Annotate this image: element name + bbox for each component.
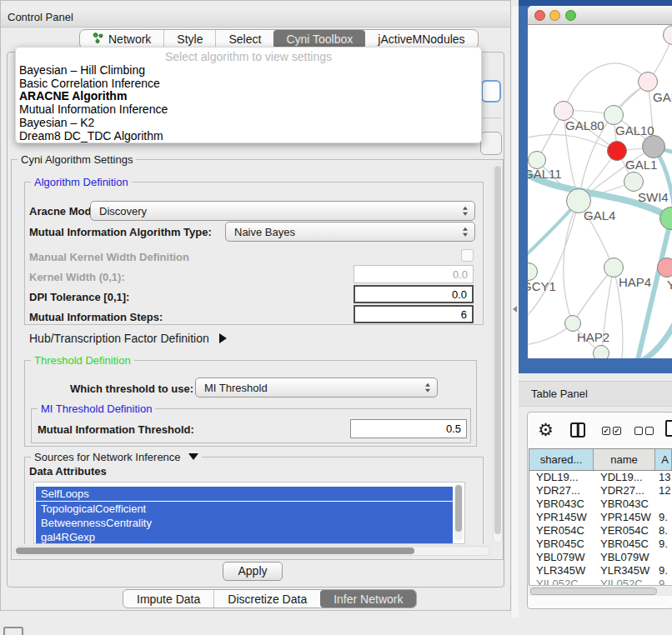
manual-kernel-checkbox[interactable] [461, 249, 474, 262]
list-vertical-scrollbar[interactable] [454, 484, 463, 541]
mi-threshold-field[interactable] [350, 419, 467, 438]
node-gray[interactable] [642, 135, 665, 158]
network-window-titlebar[interactable] [528, 6, 672, 25]
node-hap2[interactable] [564, 315, 581, 332]
cell: 9. [655, 564, 672, 578]
list-item-gal4rgexp[interactable]: gal4RGexp [36, 530, 453, 544]
deselect-all-checkbox-icon[interactable] [634, 427, 643, 435]
list-item-selfloops[interactable]: SelfLoops [36, 487, 453, 501]
minimize-traffic-light[interactable] [549, 10, 560, 21]
node-label-swi4: SWI4 [638, 190, 669, 204]
popup-item-bayesian-hill-climbing[interactable]: Bayesian – Hill Climbing [16, 64, 481, 78]
table-row[interactable]: YPR145W YPR145W 9. [529, 511, 672, 524]
which-threshold-label: Which threshold to use: [70, 382, 193, 395]
table-row[interactable]: YDR27... YDR27... 12 [529, 484, 672, 498]
hub-definition-label: Hub/Transcription Factor Definition [29, 332, 209, 345]
manual-kernel-label: Manual Kernel Width Definition [29, 251, 189, 263]
table-panel-title: Table Panel [531, 388, 588, 400]
data-attributes-list: SelfLoops TopologicalCoefficient Between… [33, 482, 465, 544]
tab-select-label: Select [228, 32, 261, 46]
mi-type-combobox[interactable]: Naive Bayes [225, 222, 475, 242]
mi-steps-field[interactable] [354, 305, 474, 323]
table-horizontal-scrollbar[interactable] [529, 585, 672, 596]
data-attributes-label: Data Attributes [29, 465, 107, 478]
node-gal10[interactable] [604, 105, 624, 125]
node-y-partial[interactable] [657, 258, 672, 278]
mi-threshold-legend: MI Threshold Definition [38, 402, 155, 415]
bottom-tabbar: Impute Data Discretize Data Infer Networ… [123, 589, 417, 608]
tab-jactivemnodules[interactable]: jActiveMNodules [365, 30, 477, 48]
list-item-topologicalcoefficient[interactable]: TopologicalCoefficient [36, 502, 453, 516]
node-swi4[interactable] [624, 172, 644, 192]
settings-vertical-scrollbar[interactable] [493, 163, 503, 543]
popup-item-basic-correlation[interactable]: Basic Correlation Inference [16, 78, 481, 91]
cell: YDR27... [529, 484, 594, 498]
disclosure-down-icon [188, 453, 198, 460]
node-gal1[interactable] [607, 141, 627, 161]
taskbar-network-icon[interactable] [3, 627, 23, 635]
settings-horizontal-scrollbar[interactable] [13, 546, 490, 556]
tab-impute-data[interactable]: Impute Data [123, 590, 213, 608]
cell [655, 551, 672, 564]
node-gal-partial[interactable] [638, 72, 658, 92]
tab-network[interactable]: Network [80, 30, 163, 48]
node-label-gal11: GAL11 [528, 167, 562, 181]
mi-threshold-label: Mutual Information Threshold: [38, 423, 194, 436]
table-row[interactable]: YER054C YER054C 8. [529, 524, 672, 538]
node-bottom-partial[interactable] [593, 345, 609, 358]
columns-icon[interactable] [570, 422, 585, 438]
algorithm-definition-legend: Algorithm Definition [31, 176, 132, 188]
cell: YLR345W [594, 564, 655, 578]
cell: 9. [655, 511, 672, 524]
which-threshold-combobox[interactable]: MI Threshold [195, 378, 438, 398]
tab-discretize-data[interactable]: Discretize Data [213, 590, 320, 608]
node-label-hap2: HAP2 [577, 330, 609, 344]
kernel-width-field[interactable] [354, 265, 474, 283]
tab-select[interactable]: Select [215, 30, 273, 48]
popup-item-dream8[interactable]: Dream8 DC_TDC Algorithm [16, 130, 481, 143]
control-panel-title: Control Panel [8, 11, 73, 23]
node-label-gal: GAL [653, 90, 672, 104]
close-traffic-light[interactable] [534, 10, 545, 21]
popup-item-aracne[interactable]: ARACNE Algorithm [16, 90, 481, 103]
column-header-partial[interactable]: A [655, 449, 672, 470]
tab-jactivemnodules-label: jActiveMNodules [378, 32, 464, 46]
cell: 8. [655, 524, 672, 538]
table-row[interactable]: YBR043C YBR043C [529, 498, 672, 511]
node-label-gal4: GAL4 [584, 208, 615, 222]
deselect-all-checkbox-icon-2[interactable] [645, 427, 654, 435]
list-item-betweennesscentrality[interactable]: BetweennessCentrality [36, 516, 453, 530]
dpi-tolerance-field[interactable] [354, 285, 474, 303]
popup-item-mutual-information[interactable]: Mutual Information Inference [16, 103, 481, 117]
table-row[interactable]: YLR345W YLR345W 9. [529, 564, 672, 578]
threshold-definition-legend: Threshold Definition [31, 354, 134, 367]
document-icon[interactable] [665, 420, 672, 437]
splitter-collapse-icon[interactable] [513, 306, 517, 312]
tab-infer-network[interactable]: Infer Network [320, 590, 416, 608]
aracne-mode-value: Discovery [99, 205, 147, 218]
table-header-row: shared... name A [529, 449, 672, 471]
aracne-mode-combobox[interactable]: Discovery [90, 201, 475, 221]
table-row[interactable]: YDL19... YDL19... 13 [529, 471, 672, 484]
popup-placeholder: Select algorithm to view settings [16, 50, 481, 64]
cell: YBR045C [594, 538, 655, 551]
cell: YPR145W [594, 511, 655, 524]
hub-definition-disclosure[interactable]: Hub/Transcription Factor Definition [29, 332, 227, 345]
table-row[interactable]: YBL079W YBL079W [529, 551, 672, 564]
network-graph-icon [93, 32, 103, 46]
zoom-traffic-light[interactable] [565, 10, 576, 21]
inference-algorithm-combobox-edge[interactable] [481, 80, 501, 102]
select-all-checkbox-icon[interactable]: ✓ [602, 427, 610, 435]
sources-legend[interactable]: Sources for Network Inference [31, 451, 202, 463]
column-header-name[interactable]: name [594, 449, 655, 470]
table-row[interactable]: YBR045C YBR045C 9. [529, 538, 672, 551]
tab-cyni-toolbox[interactable]: Cyni Toolbox [273, 30, 365, 48]
mi-steps-label: Mutual Information Steps: [29, 311, 163, 323]
column-header-shared-name[interactable]: shared... [529, 449, 594, 470]
popup-item-bayesian-k2[interactable]: Bayesian – K2 [16, 117, 481, 130]
select-all-checkbox-icon-2[interactable]: ✓ [613, 427, 621, 435]
apply-button[interactable]: Apply [223, 562, 283, 581]
gear-icon[interactable]: ⚙ [538, 421, 554, 438]
tab-style[interactable]: Style [163, 30, 215, 48]
cell: YPR145W [529, 511, 594, 524]
